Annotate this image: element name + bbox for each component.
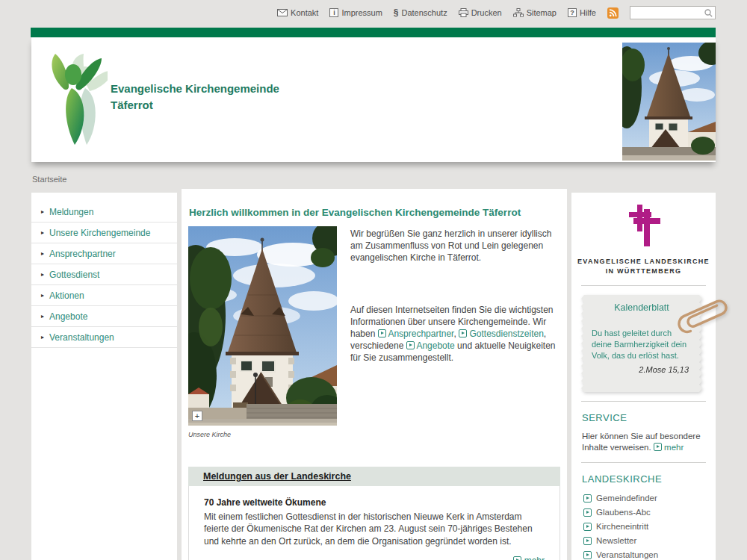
search-icon[interactable] bbox=[704, 9, 713, 19]
kalenderblatt-note: Kalenderblatt Du hast geleitet durch dei… bbox=[581, 295, 702, 392]
sidebar-item-angebote[interactable]: ▸Angebote bbox=[31, 306, 177, 327]
service-more-link[interactable]: mehr bbox=[664, 443, 684, 452]
page-title: Herzlich willkommen in der Evangelischen… bbox=[189, 207, 562, 218]
question-icon: ? bbox=[568, 8, 577, 17]
veranstaltungen-link[interactable]: Veranstaltungen bbox=[583, 550, 705, 559]
rss-icon[interactable] bbox=[607, 7, 619, 19]
landeskirche-logo[interactable]: Evangelische Landeskirche In Württemberg bbox=[571, 193, 716, 276]
news-article-title: 70 Jahre weltweite Ökumene bbox=[204, 497, 545, 509]
service-heading: SERVICE bbox=[571, 411, 716, 425]
divider bbox=[581, 462, 706, 463]
ansprechpartner-link[interactable]: Ansprechpartner bbox=[388, 329, 453, 339]
sidebar-item-unsere-kirchengemeinde[interactable]: ▸Unsere Kirchengemeinde bbox=[31, 223, 177, 243]
sidebar-item-veranstaltungen[interactable]: ▸Veranstaltungen bbox=[31, 327, 177, 348]
news-section-title[interactable]: Meldungen aus der Landeskirche bbox=[203, 471, 351, 482]
news-section-header: Meldungen aus der Landeskirche bbox=[188, 467, 560, 486]
play-icon bbox=[583, 551, 592, 559]
zoom-image-button[interactable]: + bbox=[192, 411, 202, 421]
landeskirche-logo-text: Evangelische Landeskirche In Württemberg bbox=[571, 257, 716, 276]
play-icon bbox=[583, 494, 592, 503]
printer-icon bbox=[459, 8, 468, 17]
church-figure: + Unsere Kirche bbox=[188, 226, 337, 438]
accent-bar bbox=[31, 28, 716, 37]
site-title: Evangelische Kirchengemeinde Täferrot bbox=[111, 81, 279, 113]
play-icon bbox=[406, 341, 415, 349]
envelope-icon bbox=[277, 9, 288, 16]
triangle-bullet-icon: ▸ bbox=[41, 251, 44, 257]
image-caption: Unsere Kirche bbox=[188, 431, 337, 438]
paragraph-icon: § bbox=[394, 7, 399, 18]
sidebar-item-gottesdienst[interactable]: ▸Gottesdienst bbox=[31, 264, 177, 285]
site-header: Evangelische Kirchengemeinde Täferrot bbox=[31, 37, 716, 162]
figure-logo bbox=[43, 49, 108, 151]
sidebar-item-ansprechpartner[interactable]: ▸Ansprechpartner bbox=[31, 243, 177, 264]
drucken-link[interactable]: Drucken bbox=[459, 8, 502, 17]
double-cross-icon bbox=[627, 203, 661, 246]
angebote-link[interactable]: Angebote bbox=[416, 340, 454, 351]
hilfe-link[interactable]: ? Hilfe bbox=[568, 8, 596, 17]
sidebar-item-aktionen[interactable]: ▸Aktionen bbox=[31, 285, 177, 306]
newsletter-link[interactable]: Newsletter bbox=[583, 536, 705, 545]
kalenderblatt-reference: 2.Mose 15,13 bbox=[592, 365, 692, 374]
play-icon bbox=[654, 443, 662, 451]
news-article-text: Mit einem festlichen Gottesdienst in der… bbox=[204, 511, 545, 548]
divider bbox=[581, 285, 706, 286]
top-utility-bar: Kontakt i Impressum § Datenschutz Drucke… bbox=[0, 0, 747, 25]
triangle-bullet-icon: ▸ bbox=[41, 209, 44, 215]
play-icon bbox=[459, 329, 467, 337]
triangle-bullet-icon: ▸ bbox=[41, 272, 44, 278]
intro-paragraph-1: Wir begrüßen Sie ganz herzlich in unsere… bbox=[350, 228, 560, 264]
search-box bbox=[630, 6, 716, 19]
intro-text: Wir begrüßen Sie ganz herzlich in unsere… bbox=[350, 228, 560, 364]
search-input[interactable] bbox=[630, 7, 715, 19]
play-icon bbox=[513, 556, 521, 560]
play-icon bbox=[378, 329, 386, 337]
breadcrumb[interactable]: Startseite bbox=[32, 175, 66, 184]
kalenderblatt-title[interactable]: Kalenderblatt bbox=[592, 302, 692, 313]
kontakt-link[interactable]: Kontakt bbox=[277, 8, 318, 17]
header-church-photo bbox=[622, 43, 716, 161]
play-icon bbox=[583, 537, 592, 545]
kalenderblatt-verse: Du hast geleitet durch deine Barmherzigk… bbox=[592, 328, 692, 361]
play-icon bbox=[583, 508, 592, 517]
datenschutz-link[interactable]: § Datenschutz bbox=[394, 7, 447, 18]
divider bbox=[581, 401, 706, 402]
triangle-bullet-icon: ▸ bbox=[41, 335, 44, 340]
service-text: Hier können Sie auf besondere Inhalte ve… bbox=[571, 425, 716, 453]
info-icon: i bbox=[329, 8, 338, 17]
intro-paragraph-2: Auf diesen Internetseiten finden Sie die… bbox=[350, 304, 560, 364]
kircheneintritt-link[interactable]: Kircheneintritt bbox=[583, 522, 705, 531]
glaubens-abc-link[interactable]: Glaubens-Abc bbox=[583, 508, 705, 517]
news-article: 70 Jahre weltweite Ökumene Mit einem fes… bbox=[188, 486, 560, 560]
gemeindefinder-link[interactable]: Gemeindefinder bbox=[583, 494, 705, 503]
news-more-link[interactable]: mehr bbox=[524, 556, 545, 560]
sitemap-link[interactable]: Sitemap bbox=[513, 8, 557, 17]
triangle-bullet-icon: ▸ bbox=[41, 293, 44, 299]
triangle-bullet-icon: ▸ bbox=[41, 314, 44, 320]
gottesdienstzeiten-link[interactable]: Gottesdienstzeiten bbox=[469, 329, 543, 339]
play-icon bbox=[583, 523, 592, 531]
kalenderblatt-widget: Kalenderblatt Du hast geleitet durch dei… bbox=[581, 295, 708, 392]
sitemap-icon bbox=[513, 8, 524, 17]
right-sidebar: Evangelische Landeskirche In Württemberg… bbox=[571, 193, 716, 560]
main-content: Herzlich willkommen in der Evangelischen… bbox=[182, 189, 567, 560]
impressum-link[interactable]: i Impressum bbox=[329, 8, 382, 17]
news-section: Meldungen aus der Landeskirche 70 Jahre … bbox=[188, 467, 560, 560]
sidebar-navigation: ▸Meldungen ▸Unsere Kirchengemeinde ▸Ansp… bbox=[31, 193, 177, 560]
landeskirche-links: Gemeindefinder Glaubens-Abc Kircheneintr… bbox=[571, 486, 716, 559]
landeskirche-heading: LANDESKIRCHE bbox=[571, 472, 716, 486]
church-image: + bbox=[188, 226, 337, 426]
triangle-bullet-icon: ▸ bbox=[41, 230, 44, 236]
sidebar-item-meldungen[interactable]: ▸Meldungen bbox=[31, 202, 177, 223]
